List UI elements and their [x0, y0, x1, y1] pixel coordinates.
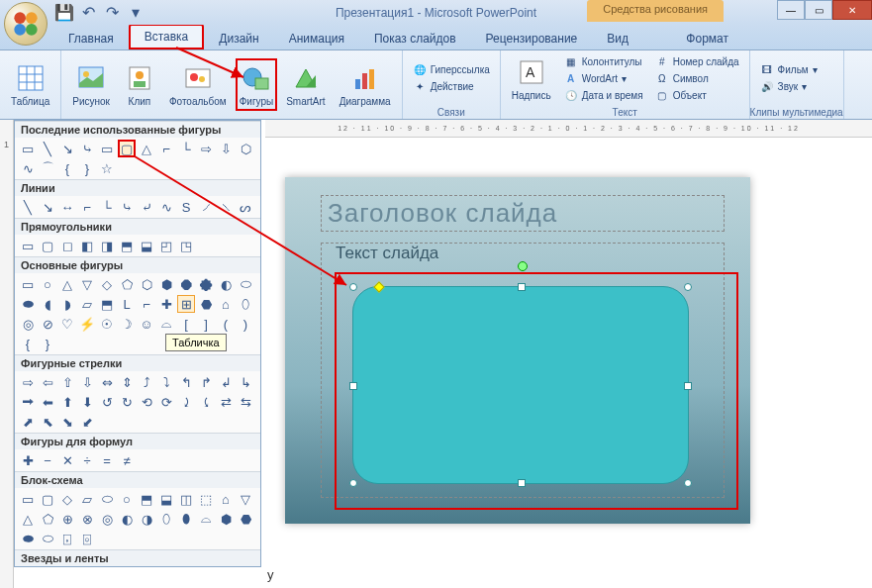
shape-fc12[interactable]: ▽: [237, 490, 254, 508]
picture-button[interactable]: Рисунок: [67, 59, 115, 110]
tab-insert[interactable]: Вставка: [129, 24, 205, 49]
slide-title-placeholder[interactable]: Заголовок слайда: [321, 195, 725, 232]
shape-a9[interactable]: ↰: [177, 373, 195, 391]
shape-r6[interactable]: ⬒: [118, 237, 136, 254]
shape-b37[interactable]: {: [19, 335, 37, 352]
shape-b15[interactable]: ◗: [58, 295, 76, 313]
shape-arrow-right[interactable]: ⇨: [197, 140, 215, 157]
minimize-button[interactable]: —: [777, 0, 805, 20]
shape-fc11[interactable]: ⌂: [217, 490, 235, 508]
shape-a5[interactable]: ⇔: [98, 373, 116, 391]
shape-fc8[interactable]: ⬓: [157, 490, 175, 508]
redo-button[interactable]: ↷: [103, 4, 121, 22]
resize-handle-n[interactable]: [518, 283, 526, 291]
smartart-button[interactable]: SmartArt: [281, 59, 330, 110]
shape-line4[interactable]: ⌐: [78, 198, 96, 216]
shape-a12[interactable]: ↳: [237, 373, 254, 391]
shape-elbow2[interactable]: └: [177, 140, 195, 157]
action-button[interactable]: ✦Действие: [409, 79, 494, 95]
qat-customize[interactable]: ▾: [127, 4, 145, 22]
shape-b8[interactable]: ⬢: [157, 275, 175, 293]
shape-fc20[interactable]: ⬯: [157, 510, 175, 528]
resize-handle-ne[interactable]: [684, 283, 692, 291]
rotation-handle[interactable]: [518, 261, 528, 271]
shape-b26[interactable]: ⊘: [39, 315, 56, 333]
shape-f1[interactable]: ✚: [19, 451, 37, 469]
shape-arrow-down[interactable]: ⇩: [217, 140, 235, 157]
shape-f4[interactable]: ÷: [78, 451, 96, 469]
shape-fc14[interactable]: ⬠: [39, 510, 56, 528]
shape-b12[interactable]: ⬭: [237, 275, 254, 293]
shape-a7[interactable]: ⤴: [138, 373, 155, 391]
shape-b4[interactable]: ▽: [78, 275, 96, 293]
shape-connector[interactable]: ⤷: [78, 140, 96, 157]
shape-fc22[interactable]: ⌓: [197, 510, 215, 528]
shape-fc17[interactable]: ◎: [98, 510, 116, 528]
tab-animation[interactable]: Анимация: [274, 27, 359, 49]
shape-f5[interactable]: =: [98, 451, 116, 469]
shape-a15[interactable]: ⬆: [58, 393, 76, 411]
shape-b13[interactable]: ⬬: [19, 295, 37, 313]
shape-b7[interactable]: ⬡: [138, 275, 155, 293]
shape-a28[interactable]: ⬋: [78, 413, 96, 431]
shape-b28[interactable]: ⚡: [78, 315, 96, 333]
shape-b9[interactable]: ⯃: [177, 275, 195, 293]
shape-arc[interactable]: ⌒: [39, 159, 56, 177]
shape-line7[interactable]: ⤶: [138, 198, 155, 216]
shape-a13[interactable]: ⮕: [19, 393, 37, 411]
slidenum-button[interactable]: #Номер слайда: [651, 53, 743, 69]
movie-button[interactable]: 🎞Фильм ▾: [756, 62, 822, 78]
shape-b31[interactable]: ☺: [138, 315, 155, 333]
shape-b17[interactable]: ⬒: [98, 295, 116, 313]
shape-a25[interactable]: ⬈: [19, 413, 37, 431]
shape-r1[interactable]: ▭: [19, 237, 37, 254]
shape-line1[interactable]: ╲: [19, 198, 37, 216]
undo-button[interactable]: ↶: [79, 4, 97, 22]
shape-a26[interactable]: ⬉: [39, 413, 56, 431]
shape-a19[interactable]: ⟲: [138, 393, 155, 411]
symbol-button[interactable]: ΩСимвол: [651, 70, 743, 86]
shape-a4[interactable]: ⇩: [78, 373, 96, 391]
shape-fc27[interactable]: ⌺: [58, 530, 76, 547]
shape-line8[interactable]: ∿: [157, 198, 175, 216]
shape-fc26[interactable]: ⬭: [39, 530, 56, 547]
shape-a17[interactable]: ↺: [98, 393, 116, 411]
maximize-button[interactable]: ▭: [805, 0, 832, 20]
shape-b14[interactable]: ◖: [39, 295, 56, 313]
shape-a24[interactable]: ⇆: [237, 393, 254, 411]
shape-a1[interactable]: ⇨: [19, 373, 37, 391]
tab-slideshow[interactable]: Показ слайдов: [359, 27, 471, 49]
shape-b35[interactable]: (: [217, 315, 235, 333]
shape-f3[interactable]: ✕: [58, 451, 76, 469]
shape-a16[interactable]: ⬇: [78, 393, 96, 411]
shape-curve[interactable]: ∿: [19, 159, 37, 177]
shape-line12[interactable]: ᔕ: [237, 198, 254, 216]
shape-triangle[interactable]: △: [138, 140, 155, 157]
tab-format[interactable]: Формат: [671, 27, 743, 49]
shape-fc5[interactable]: ⬭: [98, 490, 116, 508]
shape-fc9[interactable]: ◫: [177, 490, 195, 508]
shape-line5[interactable]: └: [98, 198, 116, 216]
shape-fc1[interactable]: ▭: [19, 490, 37, 508]
object-button[interactable]: ▢Объект: [651, 87, 743, 103]
shape-brace-r[interactable]: }: [78, 159, 96, 177]
shape-b18[interactable]: L: [118, 295, 136, 313]
resize-handle-e[interactable]: [684, 382, 692, 390]
shape-a10[interactable]: ↱: [197, 373, 215, 391]
shape-star[interactable]: ☆: [98, 159, 116, 177]
shape-rounded-rect[interactable]: ▢: [118, 140, 136, 157]
shape-b38[interactable]: }: [39, 335, 56, 352]
shape-b34[interactable]: ]: [197, 315, 215, 333]
shape-fc24[interactable]: ⬣: [237, 510, 254, 528]
shape-r8[interactable]: ◰: [157, 237, 175, 254]
shape-b2[interactable]: ○: [39, 275, 56, 293]
shape-b29[interactable]: ☉: [98, 315, 116, 333]
shape-a23[interactable]: ⇄: [217, 393, 235, 411]
shape-line2[interactable]: ↘: [39, 198, 56, 216]
shape-fc3[interactable]: ◇: [58, 490, 76, 508]
shape-r9[interactable]: ◳: [177, 237, 195, 254]
wordart-button[interactable]: AWordArt ▾: [560, 70, 647, 86]
shape-fc2[interactable]: ▢: [39, 490, 56, 508]
shape-fc28[interactable]: ⌻: [78, 530, 96, 547]
shape-textbox[interactable]: ▭: [19, 140, 37, 157]
